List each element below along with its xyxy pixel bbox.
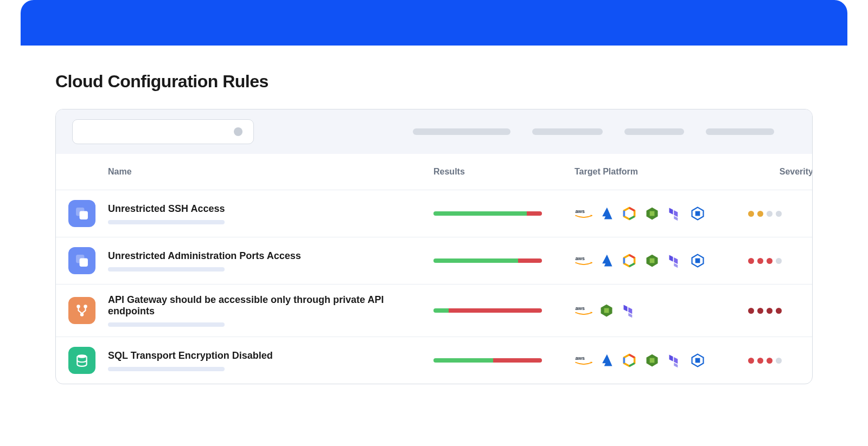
svg-rect-14 [604, 308, 609, 313]
custom-green-icon [643, 251, 661, 270]
results-bar [433, 308, 542, 313]
svg-text:aws: aws [575, 355, 584, 361]
azure-icon [597, 351, 616, 370]
filter-placeholder[interactable] [624, 128, 684, 135]
column-severity[interactable]: Severity [748, 167, 813, 177]
database-icon [68, 347, 95, 374]
custom-blue-icon [688, 351, 707, 370]
page-title: Cloud Configuration Rules [55, 72, 813, 92]
gcp-icon [620, 351, 639, 370]
filter-placeholder[interactable] [706, 128, 774, 135]
severity-dots [748, 258, 813, 264]
table-row[interactable]: Unrestricted SSH Accessaws [56, 190, 812, 237]
platforms-cell: aws [575, 204, 748, 223]
custom-blue-icon [688, 251, 707, 270]
table-row[interactable]: API Gateway should be accessible only th… [56, 285, 812, 337]
svg-text:aws: aws [575, 256, 584, 261]
search-icon [234, 127, 242, 136]
table-row[interactable]: SQL Transport Encryption Disabledaws [56, 337, 812, 384]
column-target[interactable]: Target Platform [575, 167, 748, 177]
svg-rect-8 [650, 258, 655, 263]
svg-point-12 [81, 313, 83, 315]
svg-rect-3 [650, 211, 655, 216]
svg-rect-9 [695, 258, 700, 263]
table-row[interactable]: Unrestricted Administration Ports Access… [56, 237, 812, 285]
custom-green-icon [643, 204, 661, 223]
terraform-icon [666, 351, 684, 370]
severity-dots [748, 308, 813, 314]
filter-placeholder[interactable] [413, 128, 510, 135]
platforms-cell: aws [575, 251, 748, 270]
security-group-icon [68, 200, 95, 227]
rule-name: Unrestricted Administration Ports Access [108, 250, 420, 262]
severity-dots [748, 358, 813, 364]
terraform-icon [666, 251, 684, 270]
results-bar [433, 211, 542, 216]
svg-rect-6 [80, 259, 87, 266]
svg-rect-1 [80, 212, 87, 219]
gcp-icon [620, 251, 639, 270]
severity-dots [748, 211, 813, 217]
azure-icon [597, 204, 616, 223]
terraform-icon [666, 204, 684, 223]
svg-rect-4 [695, 211, 700, 216]
custom-green-icon [643, 351, 661, 370]
rule-name: SQL Transport Encryption Disabled [108, 350, 420, 361]
svg-text:aws: aws [575, 209, 584, 214]
custom-blue-icon [688, 204, 707, 223]
table-header: Name Results Target Platform Severity [56, 154, 812, 190]
aws-icon: aws [575, 251, 593, 270]
svg-text:aws: aws [575, 306, 584, 311]
aws-icon: aws [575, 351, 593, 370]
filter-placeholder[interactable] [532, 128, 603, 135]
search-input[interactable] [72, 119, 254, 144]
rule-subtitle-placeholder [108, 322, 225, 327]
api-gateway-icon [68, 297, 95, 324]
column-name[interactable]: Name [108, 167, 433, 177]
rule-subtitle-placeholder [108, 220, 225, 224]
svg-point-11 [84, 305, 86, 307]
svg-rect-17 [650, 358, 655, 363]
svg-point-15 [77, 354, 86, 358]
custom-green-icon [597, 301, 616, 320]
rules-card: Name Results Target Platform Severity Un… [55, 109, 813, 384]
aws-icon: aws [575, 301, 593, 320]
rule-subtitle-placeholder [108, 267, 225, 272]
aws-icon: aws [575, 204, 593, 223]
svg-rect-18 [695, 358, 700, 363]
platforms-cell: aws [575, 301, 748, 320]
toolbar [56, 109, 812, 154]
azure-icon [597, 251, 616, 270]
header-bar [21, 0, 847, 46]
gcp-icon [620, 204, 639, 223]
terraform-icon [620, 301, 639, 320]
platforms-cell: aws [575, 351, 748, 370]
security-group-icon [68, 247, 95, 274]
svg-point-10 [77, 305, 79, 307]
results-bar [433, 358, 542, 363]
rule-name: Unrestricted SSH Access [108, 203, 420, 215]
column-results[interactable]: Results [433, 167, 575, 177]
rule-subtitle-placeholder [108, 367, 225, 371]
rule-name: API Gateway should be accessible only th… [108, 294, 420, 317]
results-bar [433, 258, 542, 263]
